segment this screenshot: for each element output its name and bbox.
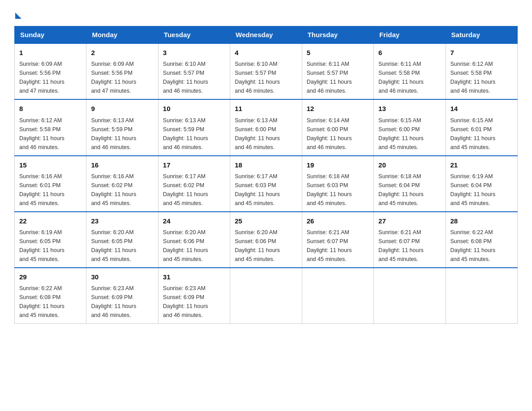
calendar-cell: 18Sunrise: 6:17 AMSunset: 6:03 PMDayligh… <box>230 156 302 212</box>
calendar-cell: 26Sunrise: 6:21 AMSunset: 6:07 PMDayligh… <box>302 212 373 268</box>
calendar-cell: 27Sunrise: 6:21 AMSunset: 6:07 PMDayligh… <box>374 212 446 268</box>
day-info: Sunrise: 6:13 AMSunset: 6:00 PMDaylight:… <box>235 116 297 152</box>
day-number: 26 <box>307 216 369 226</box>
day-number: 12 <box>307 103 369 114</box>
day-number: 27 <box>378 216 441 226</box>
calendar-cell: 6Sunrise: 6:11 AMSunset: 5:58 PMDaylight… <box>374 43 446 99</box>
calendar-cell: 29Sunrise: 6:22 AMSunset: 6:08 PMDayligh… <box>15 268 86 324</box>
calendar-cell: 10Sunrise: 6:13 AMSunset: 5:59 PMDayligh… <box>158 99 230 155</box>
calendar-cell: 17Sunrise: 6:17 AMSunset: 6:02 PMDayligh… <box>158 156 230 212</box>
calendar-cell: 21Sunrise: 6:19 AMSunset: 6:04 PMDayligh… <box>446 156 517 212</box>
calendar-week-row-2: 8Sunrise: 6:12 AMSunset: 5:58 PMDaylight… <box>15 99 518 155</box>
logo-triangle-icon <box>15 13 21 19</box>
calendar-cell: 3Sunrise: 6:10 AMSunset: 5:57 PMDaylight… <box>158 43 230 99</box>
day-info: Sunrise: 6:21 AMSunset: 6:07 PMDaylight:… <box>378 228 441 264</box>
day-number: 4 <box>235 47 297 58</box>
calendar-cell: 9Sunrise: 6:13 AMSunset: 5:59 PMDaylight… <box>86 99 158 155</box>
day-number: 19 <box>307 160 369 170</box>
day-info: Sunrise: 6:11 AMSunset: 5:58 PMDaylight:… <box>378 60 441 95</box>
day-number: 7 <box>450 47 513 58</box>
calendar-cell: 7Sunrise: 6:12 AMSunset: 5:58 PMDaylight… <box>446 43 517 99</box>
calendar-header-tuesday: Tuesday <box>158 26 230 44</box>
calendar-header-friday: Friday <box>374 26 446 44</box>
calendar-header-monday: Monday <box>86 26 158 44</box>
calendar-cell: 25Sunrise: 6:20 AMSunset: 6:06 PMDayligh… <box>230 212 302 268</box>
day-info: Sunrise: 6:23 AMSunset: 6:09 PMDaylight:… <box>91 284 153 320</box>
calendar-cell: 15Sunrise: 6:16 AMSunset: 6:01 PMDayligh… <box>15 156 86 212</box>
day-number: 5 <box>307 47 369 58</box>
calendar-week-row-5: 29Sunrise: 6:22 AMSunset: 6:08 PMDayligh… <box>15 268 518 324</box>
day-info: Sunrise: 6:11 AMSunset: 5:57 PMDaylight:… <box>307 60 369 95</box>
day-info: Sunrise: 6:22 AMSunset: 6:08 PMDaylight:… <box>19 284 82 320</box>
day-number: 6 <box>378 47 441 58</box>
day-number: 18 <box>235 160 297 170</box>
day-number: 8 <box>19 103 82 114</box>
day-info: Sunrise: 6:10 AMSunset: 5:57 PMDaylight:… <box>235 60 297 95</box>
calendar-header-saturday: Saturday <box>446 26 517 44</box>
calendar-week-row-4: 22Sunrise: 6:19 AMSunset: 6:05 PMDayligh… <box>15 212 518 268</box>
calendar-cell: 13Sunrise: 6:15 AMSunset: 6:00 PMDayligh… <box>374 99 446 155</box>
day-info: Sunrise: 6:18 AMSunset: 6:03 PMDaylight:… <box>307 172 369 208</box>
calendar-week-row-3: 15Sunrise: 6:16 AMSunset: 6:01 PMDayligh… <box>15 156 518 212</box>
calendar-header-wednesday: Wednesday <box>230 26 302 44</box>
day-number: 30 <box>91 272 153 282</box>
day-number: 1 <box>19 47 82 58</box>
page-header <box>14 11 518 17</box>
day-info: Sunrise: 6:15 AMSunset: 6:01 PMDaylight:… <box>450 116 513 152</box>
day-info: Sunrise: 6:21 AMSunset: 6:07 PMDaylight:… <box>307 228 369 264</box>
day-number: 23 <box>91 216 153 226</box>
calendar-cell: 11Sunrise: 6:13 AMSunset: 6:00 PMDayligh… <box>230 99 302 155</box>
calendar-cell <box>446 268 517 324</box>
day-info: Sunrise: 6:23 AMSunset: 6:09 PMDaylight:… <box>163 284 225 320</box>
day-number: 31 <box>163 272 225 282</box>
day-number: 24 <box>163 216 225 226</box>
calendar-cell: 1Sunrise: 6:09 AMSunset: 5:56 PMDaylight… <box>15 43 86 99</box>
calendar-cell <box>374 268 446 324</box>
day-info: Sunrise: 6:10 AMSunset: 5:57 PMDaylight:… <box>163 60 225 95</box>
calendar-header-thursday: Thursday <box>302 26 373 44</box>
day-info: Sunrise: 6:12 AMSunset: 5:58 PMDaylight:… <box>450 60 513 95</box>
day-number: 16 <box>91 160 153 170</box>
day-info: Sunrise: 6:14 AMSunset: 6:00 PMDaylight:… <box>307 116 369 152</box>
day-info: Sunrise: 6:16 AMSunset: 6:01 PMDaylight:… <box>19 172 82 208</box>
day-info: Sunrise: 6:18 AMSunset: 6:04 PMDaylight:… <box>378 172 441 208</box>
day-info: Sunrise: 6:20 AMSunset: 6:06 PMDaylight:… <box>163 228 225 264</box>
day-number: 3 <box>163 47 225 58</box>
calendar-cell: 23Sunrise: 6:20 AMSunset: 6:05 PMDayligh… <box>86 212 158 268</box>
calendar-cell: 4Sunrise: 6:10 AMSunset: 5:57 PMDaylight… <box>230 43 302 99</box>
calendar-cell: 19Sunrise: 6:18 AMSunset: 6:03 PMDayligh… <box>302 156 373 212</box>
day-info: Sunrise: 6:17 AMSunset: 6:03 PMDaylight:… <box>235 172 297 208</box>
calendar-cell: 30Sunrise: 6:23 AMSunset: 6:09 PMDayligh… <box>86 268 158 324</box>
day-info: Sunrise: 6:15 AMSunset: 6:00 PMDaylight:… <box>378 116 441 152</box>
day-number: 25 <box>235 216 297 226</box>
day-info: Sunrise: 6:19 AMSunset: 6:04 PMDaylight:… <box>450 172 513 208</box>
day-info: Sunrise: 6:20 AMSunset: 6:06 PMDaylight:… <box>235 228 297 264</box>
day-number: 14 <box>450 103 513 114</box>
calendar-header-sunday: Sunday <box>15 26 86 44</box>
day-number: 22 <box>19 216 82 226</box>
day-info: Sunrise: 6:09 AMSunset: 5:56 PMDaylight:… <box>91 60 153 95</box>
calendar-cell: 20Sunrise: 6:18 AMSunset: 6:04 PMDayligh… <box>374 156 446 212</box>
calendar-week-row-1: 1Sunrise: 6:09 AMSunset: 5:56 PMDaylight… <box>15 43 518 99</box>
day-info: Sunrise: 6:17 AMSunset: 6:02 PMDaylight:… <box>163 172 225 208</box>
calendar-cell: 8Sunrise: 6:12 AMSunset: 5:58 PMDaylight… <box>15 99 86 155</box>
day-info: Sunrise: 6:12 AMSunset: 5:58 PMDaylight:… <box>19 116 82 152</box>
day-number: 17 <box>163 160 225 170</box>
day-info: Sunrise: 6:13 AMSunset: 5:59 PMDaylight:… <box>163 116 225 152</box>
day-number: 11 <box>235 103 297 114</box>
calendar-cell: 28Sunrise: 6:22 AMSunset: 6:08 PMDayligh… <box>446 212 517 268</box>
calendar-cell: 24Sunrise: 6:20 AMSunset: 6:06 PMDayligh… <box>158 212 230 268</box>
logo <box>14 11 21 17</box>
day-info: Sunrise: 6:22 AMSunset: 6:08 PMDaylight:… <box>450 228 513 264</box>
calendar-cell <box>230 268 302 324</box>
day-number: 28 <box>450 216 513 226</box>
calendar-table: SundayMondayTuesdayWednesdayThursdayFrid… <box>14 26 518 324</box>
calendar-header-row: SundayMondayTuesdayWednesdayThursdayFrid… <box>15 26 518 44</box>
calendar-cell: 22Sunrise: 6:19 AMSunset: 6:05 PMDayligh… <box>15 212 86 268</box>
calendar-cell <box>302 268 373 324</box>
day-number: 21 <box>450 160 513 170</box>
calendar-cell: 16Sunrise: 6:16 AMSunset: 6:02 PMDayligh… <box>86 156 158 212</box>
calendar-cell: 14Sunrise: 6:15 AMSunset: 6:01 PMDayligh… <box>446 99 517 155</box>
calendar-cell: 5Sunrise: 6:11 AMSunset: 5:57 PMDaylight… <box>302 43 373 99</box>
day-info: Sunrise: 6:09 AMSunset: 5:56 PMDaylight:… <box>19 60 82 95</box>
